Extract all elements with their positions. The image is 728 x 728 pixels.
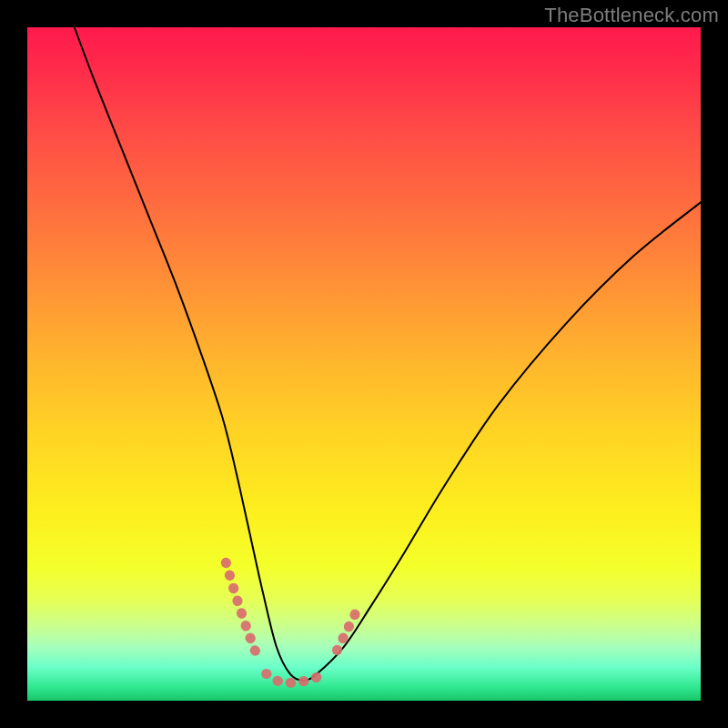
highlight-group: [226, 562, 357, 682]
highlight-segment-2: [337, 610, 357, 650]
highlight-segment-0: [226, 562, 256, 653]
curve-group: [75, 27, 701, 681]
plot-area: [27, 27, 701, 701]
curve-svg: [27, 27, 701, 701]
bottleneck-curve: [75, 27, 701, 681]
watermark-label: TheBottleneck.com: [544, 4, 719, 27]
chart-frame: TheBottleneck.com: [0, 0, 728, 728]
